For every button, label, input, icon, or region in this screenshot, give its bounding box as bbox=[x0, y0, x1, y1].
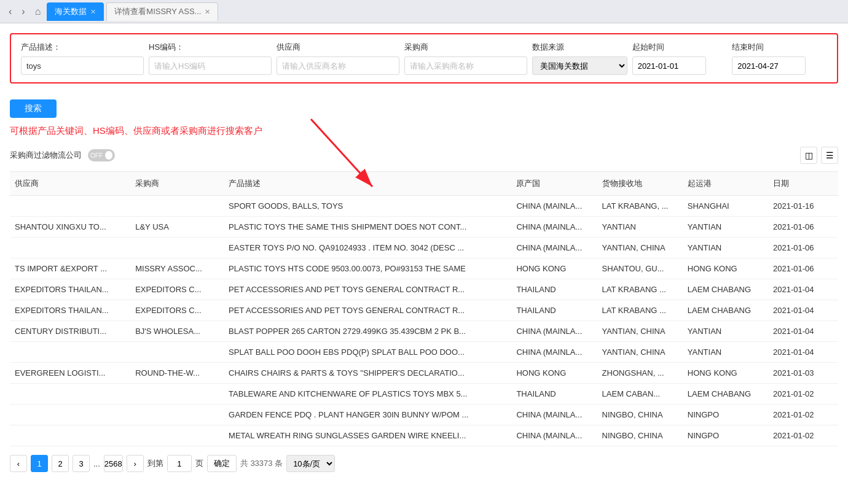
cell-buyer bbox=[130, 238, 224, 258]
datasource-select[interactable]: 美国海关数据 bbox=[532, 56, 627, 75]
page-size-select[interactable]: 10条/页 20条/页 50条/页 bbox=[286, 455, 335, 472]
page-last-btn[interactable]: 2568 bbox=[104, 455, 123, 472]
tab-customs-data[interactable]: 海关数据 ✕ bbox=[47, 2, 104, 21]
cell-dest: LAT KRABANG ... bbox=[597, 279, 683, 300]
cell-date: 2021-01-02 bbox=[768, 384, 838, 405]
cell-supplier[interactable]: CENTURY DISTRIBUTI... bbox=[10, 321, 130, 342]
start-label: 起始时间 bbox=[632, 42, 728, 53]
cell-origin: HONG KONG bbox=[511, 363, 597, 384]
cell-origin: CHINA (MAINLA... bbox=[511, 217, 597, 238]
cell-origin: CHINA (MAINLA... bbox=[511, 342, 597, 363]
goto-page-input[interactable] bbox=[167, 455, 192, 472]
cell-supplier bbox=[10, 405, 130, 425]
page-confirm-btn[interactable]: 确定 bbox=[207, 455, 237, 472]
cell-buyer[interactable]: ROUND-THE-W... bbox=[130, 363, 224, 384]
cell-buyer bbox=[130, 342, 224, 363]
home-btn[interactable]: ⌂ bbox=[31, 5, 45, 18]
cell-product[interactable]: EASTER TOYS P/O NO. QA91024933 . ITEM NO… bbox=[224, 238, 511, 258]
buyer-input[interactable] bbox=[404, 56, 527, 75]
cell-date: 2021-01-04 bbox=[768, 321, 838, 342]
end-date-input[interactable] bbox=[732, 56, 806, 75]
cell-dest: YANTIAN, CHINA bbox=[597, 321, 683, 342]
cell-supplier[interactable]: EXPEDITORS THAILAN... bbox=[10, 300, 130, 321]
cell-product[interactable]: SPLAT BALL POO DOOH EBS PDQ(P) SPLAT BAL… bbox=[224, 342, 511, 363]
cell-product[interactable]: PET ACCESSORIES AND PET TOYS GENERAL CON… bbox=[224, 279, 511, 300]
search-button[interactable]: 搜索 bbox=[10, 99, 57, 118]
filter-right: ◫ ☰ bbox=[800, 147, 838, 164]
tab-customs-data-label: 海关数据 bbox=[55, 6, 87, 17]
hs-input[interactable] bbox=[149, 56, 272, 75]
next-page-btn[interactable]: › bbox=[127, 455, 144, 472]
cell-port: YANTIAN bbox=[683, 342, 768, 363]
cell-buyer[interactable]: EXPEDITORS C... bbox=[130, 300, 224, 321]
start-date-input[interactable] bbox=[632, 56, 706, 75]
filter-label: 采购商过滤物流公司 bbox=[10, 150, 82, 161]
cell-buyer[interactable]: EXPEDITORS C... bbox=[130, 279, 224, 300]
cell-product[interactable]: GARDEN FENCE PDQ . PLANT HANGER 30IN BUN… bbox=[224, 405, 511, 425]
cell-supplier[interactable]: SHANTOU XINGXU TO... bbox=[10, 217, 130, 238]
page-2-btn[interactable]: 2 bbox=[52, 455, 69, 472]
cell-origin: CHINA (MAINLA... bbox=[511, 405, 597, 425]
cell-supplier[interactable]: EXPEDITORS THAILAN... bbox=[10, 279, 130, 300]
table-row: TABLEWARE AND KITCHENWARE OF PLASTICS TO… bbox=[10, 384, 838, 405]
page-ellipsis: ... bbox=[93, 459, 100, 468]
cell-supplier bbox=[10, 384, 130, 405]
cell-buyer bbox=[130, 196, 224, 217]
buyer-label: 采购商 bbox=[404, 42, 527, 53]
cell-product[interactable]: METAL WREATH RING SUNGLASSES GARDEN WIRE… bbox=[224, 425, 511, 446]
cell-product[interactable]: PLASTIC TOYS THE SAME THIS SHIPMENT DOES… bbox=[224, 217, 511, 238]
tab-detail-close[interactable]: ✕ bbox=[205, 8, 210, 16]
cell-port: SHANGHAI bbox=[683, 196, 768, 217]
cell-date: 2021-01-06 bbox=[768, 258, 838, 279]
supplier-input[interactable] bbox=[277, 56, 399, 75]
table-row: SHANTOU XINGXU TO...L&Y USAPLASTIC TOYS … bbox=[10, 217, 838, 238]
cell-date: 2021-01-04 bbox=[768, 300, 838, 321]
cell-origin: THAILAND bbox=[511, 279, 597, 300]
th-buyer: 采购商 bbox=[130, 172, 224, 196]
cell-buyer[interactable]: BJ'S WHOLESA... bbox=[130, 321, 224, 342]
page-1-btn[interactable]: 1 bbox=[31, 455, 48, 472]
table-row: EVERGREEN LOGISTI...ROUND-THE-W...CHAIRS… bbox=[10, 363, 838, 384]
search-form: 产品描述： HS编码： 供应商 采购商 数据来源 起始时间 结束时间 美国海关数… bbox=[10, 33, 838, 83]
tab-customs-data-close[interactable]: ✕ bbox=[90, 8, 96, 16]
cell-port: HONG KONG bbox=[683, 363, 768, 384]
page-unit: 页 bbox=[195, 458, 203, 469]
toggle-text: OFF bbox=[90, 152, 103, 159]
pagination: ‹ 1 2 3 ... 2568 › 到第 页 确定 共 33373 条 10条… bbox=[10, 455, 838, 472]
cell-product[interactable]: SPORT GOODS, BALLS, TOYS bbox=[224, 196, 511, 217]
cell-product[interactable]: BLAST POPPER 265 CARTON 2729.499KG 35.43… bbox=[224, 321, 511, 342]
logistics-filter-toggle[interactable]: OFF bbox=[88, 149, 115, 161]
cell-buyer bbox=[130, 405, 224, 425]
cell-product[interactable]: PLASTIC TOYS HTS CODE 9503.00.0073, PO#9… bbox=[224, 258, 511, 279]
list-view-btn[interactable]: ☰ bbox=[821, 147, 838, 164]
cell-product[interactable]: CHAIRS CHAIRS & PARTS & TOYS "SHIPPER'S … bbox=[224, 363, 511, 384]
cell-product[interactable]: TABLEWARE AND KITCHENWARE OF PLASTICS TO… bbox=[224, 384, 511, 405]
cell-date: 2021-01-02 bbox=[768, 425, 838, 446]
nav-forward-btn[interactable]: › bbox=[18, 5, 28, 18]
table-body: SPORT GOODS, BALLS, TOYSCHINA (MAINLA...… bbox=[10, 196, 838, 446]
cell-buyer[interactable]: L&Y USA bbox=[130, 217, 224, 238]
tab-detail-label: 详情查看MISSRY ASS... bbox=[114, 6, 201, 17]
nav-back-btn[interactable]: ‹ bbox=[5, 5, 15, 18]
filter-left: 采购商过滤物流公司 OFF bbox=[10, 149, 115, 161]
cell-port: YANTIAN bbox=[683, 238, 768, 258]
cell-port: LAEM CHABANG bbox=[683, 384, 768, 405]
product-input[interactable] bbox=[21, 56, 144, 75]
table-header: 供应商 采购商 产品描述 原产国 货物接收地 起运港 日期 bbox=[10, 172, 838, 196]
tab-detail[interactable]: 详情查看MISSRY ASS... ✕ bbox=[106, 2, 218, 21]
prev-page-btn[interactable]: ‹ bbox=[10, 455, 27, 472]
cell-dest: ZHONGSHAN, ... bbox=[597, 363, 683, 384]
grid-view-btn[interactable]: ◫ bbox=[800, 147, 817, 164]
cell-port: NINGPO bbox=[683, 425, 768, 446]
table-row: EXPEDITORS THAILAN...EXPEDITORS C...PET … bbox=[10, 300, 838, 321]
page-3-btn[interactable]: 3 bbox=[73, 455, 90, 472]
cell-supplier[interactable]: TS IMPORT &EXPORT ... bbox=[10, 258, 130, 279]
th-origin: 原产国 bbox=[511, 172, 597, 196]
cell-supplier bbox=[10, 238, 130, 258]
cell-buyer[interactable]: MISSRY ASSOC... bbox=[130, 258, 224, 279]
cell-supplier[interactable]: EVERGREEN LOGISTI... bbox=[10, 363, 130, 384]
cell-port: NINGPO bbox=[683, 405, 768, 425]
cell-product[interactable]: PET ACCESSORIES AND PET TOYS GENERAL CON… bbox=[224, 300, 511, 321]
cell-date: 2021-01-06 bbox=[768, 238, 838, 258]
cell-buyer bbox=[130, 425, 224, 446]
